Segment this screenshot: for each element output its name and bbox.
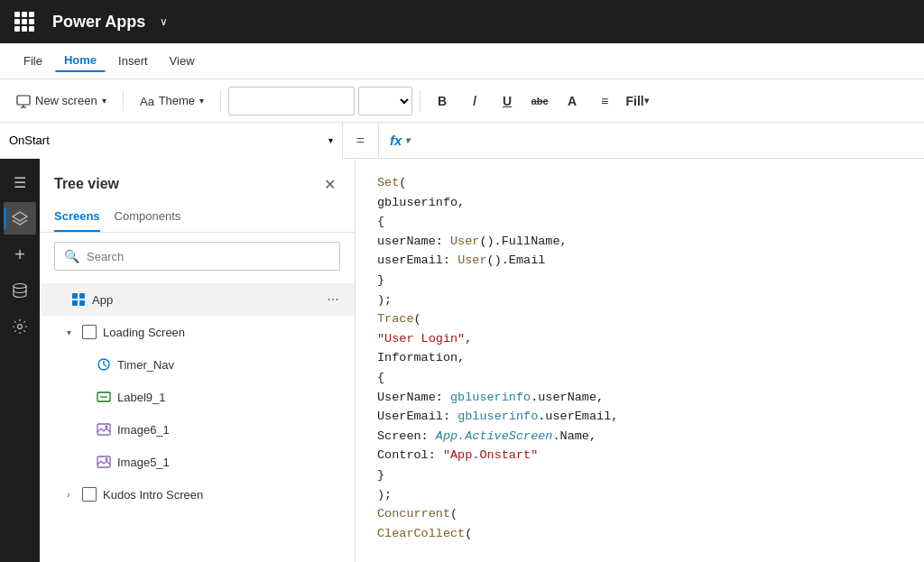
code-line-14: Screen: App.ActiveScreen.Name,	[377, 427, 902, 447]
theme-button[interactable]: Aa Theme ▾	[131, 87, 213, 115]
tree-item-image6-1[interactable]: Image6_1	[40, 413, 355, 446]
theme-icon: Aa	[140, 94, 154, 108]
app-chevron	[51, 292, 65, 307]
loading-screen-icon	[81, 324, 97, 340]
app-more-button[interactable]: ···	[322, 289, 344, 310]
code-line-6: }	[377, 271, 902, 290]
app-label: App	[92, 293, 317, 307]
search-icon: 🔍	[64, 249, 79, 263]
font-input[interactable]	[228, 87, 355, 115]
kudos-intro-chevron[interactable]: ›	[61, 487, 76, 502]
timer-nav-label: Timer_Nav	[117, 358, 344, 372]
font-size-select[interactable]	[358, 87, 412, 115]
tree-item-loading-screen[interactable]: ▾ Loading Screen	[40, 316, 355, 348]
tree-item-label9-1[interactable]: Label9_1	[40, 381, 355, 413]
svg-point-5	[14, 284, 26, 289]
timer-nav-chevron	[76, 357, 90, 372]
code-line-3: {	[377, 212, 902, 232]
svg-rect-10	[79, 300, 85, 306]
tree-item-timer-nav[interactable]: Timer_Nav	[40, 348, 355, 381]
code-line-11: {	[377, 368, 902, 388]
code-line-1: Set(	[377, 173, 902, 193]
svg-rect-16	[97, 456, 110, 467]
sidebar-settings-icon[interactable]	[4, 310, 36, 343]
new-screen-button[interactable]: New screen ▾	[7, 87, 116, 115]
waffle-icon[interactable]	[14, 12, 34, 32]
code-line-10: Information,	[377, 348, 902, 368]
tree-item-kudos-intro[interactable]: › Kudos Intro Screen	[40, 478, 355, 511]
font-color-button[interactable]: A	[558, 87, 587, 115]
title-bar: Power Apps ∨	[0, 0, 924, 43]
menu-bar: File Home Insert View	[0, 43, 924, 79]
svg-marker-4	[13, 212, 27, 221]
separator-2	[220, 90, 221, 112]
sidebar-add-icon[interactable]: +	[4, 238, 36, 271]
loading-screen-chevron[interactable]: ▾	[61, 325, 76, 339]
label9-1-label: Label9_1	[117, 391, 344, 404]
tree-panel-title: Tree view	[54, 176, 119, 192]
svg-point-15	[106, 426, 108, 428]
strikethrough-button[interactable]: abc	[525, 87, 554, 115]
formula-property-dropdown[interactable]: OnStart ▾	[0, 123, 343, 159]
menu-file[interactable]: File	[14, 51, 51, 71]
formula-fx-button[interactable]: fx ▾	[379, 133, 420, 148]
tree-panel: Tree view ✕ Screens Components 🔍	[40, 159, 356, 562]
code-line-19: ClearCollect(	[377, 524, 902, 544]
code-line-7: );	[377, 290, 902, 310]
toolbar: New screen ▾ Aa Theme ▾ B / U abc A ≡ Fi…	[0, 79, 924, 123]
tree-search-box[interactable]: 🔍	[54, 242, 340, 271]
code-line-8: Trace(	[377, 309, 902, 329]
kudos-intro-label: Kudos Intro Screen	[103, 488, 344, 502]
separator-3	[420, 90, 420, 112]
main-content: ☰ + Tree view ✕ S	[0, 159, 924, 562]
bold-button[interactable]: B	[428, 87, 457, 115]
sidebar-hamburger-icon[interactable]: ☰	[4, 166, 36, 198]
image6-1-icon	[96, 421, 112, 438]
align-button[interactable]: ≡	[590, 87, 619, 115]
formula-dropdown-chevron[interactable]: ▾	[328, 135, 333, 145]
image5-1-icon	[96, 454, 112, 470]
svg-point-17	[106, 458, 108, 461]
code-line-18: Concurrent(	[377, 504, 902, 524]
left-sidebar: ☰ +	[0, 159, 40, 562]
tree-panel-close-button[interactable]: ✕	[319, 173, 340, 195]
tree-tabs: Screens Components	[40, 202, 355, 233]
separator-1	[123, 90, 124, 112]
tab-screens[interactable]: Screens	[54, 202, 100, 232]
svg-rect-8	[79, 293, 85, 299]
new-screen-chevron[interactable]: ▾	[102, 96, 106, 106]
tree-content: App ··· ▾ Loading Screen	[40, 280, 355, 562]
tab-components[interactable]: Components	[115, 202, 181, 232]
underline-button[interactable]: U	[493, 87, 522, 115]
fill-button[interactable]: Fill ▾	[623, 87, 651, 115]
svg-rect-14	[97, 424, 110, 435]
formula-equals-sign: =	[343, 123, 379, 159]
tree-panel-header: Tree view ✕	[40, 159, 355, 202]
loading-screen-label: Loading Screen	[103, 326, 344, 339]
theme-chevron[interactable]: ▾	[199, 96, 204, 106]
svg-text:Aa: Aa	[140, 95, 154, 108]
svg-point-6	[18, 325, 23, 329]
image5-1-label: Image5_1	[117, 456, 344, 469]
italic-button[interactable]: /	[460, 87, 489, 115]
tree-item-app[interactable]: App ···	[40, 283, 355, 316]
formula-bar: OnStart ▾ = fx ▾	[0, 123, 924, 159]
code-line-16: }	[377, 465, 902, 485]
sidebar-layers-icon[interactable]	[4, 202, 36, 235]
code-line-2: gbluserinfo,	[377, 193, 902, 213]
app-name-chevron[interactable]: ∨	[160, 15, 168, 28]
new-screen-icon	[16, 94, 31, 108]
fx-chevron[interactable]: ▾	[405, 135, 410, 145]
menu-home[interactable]: Home	[55, 50, 106, 72]
code-line-15: Control: "App.Onstart"	[377, 446, 902, 465]
code-editor[interactable]: Set( gbluserinfo, { userName: User().Ful…	[356, 159, 924, 562]
svg-rect-7	[72, 293, 78, 299]
sidebar-database-icon[interactable]	[4, 274, 36, 307]
image6-1-label: Image6_1	[117, 423, 344, 437]
tree-item-image5-1[interactable]: Image5_1	[40, 446, 355, 478]
search-input[interactable]	[87, 250, 330, 263]
menu-view[interactable]: View	[161, 51, 204, 71]
code-line-9: "User Login",	[377, 329, 902, 349]
code-line-4: userName: User().FullName,	[377, 232, 902, 252]
menu-insert[interactable]: Insert	[109, 51, 157, 71]
